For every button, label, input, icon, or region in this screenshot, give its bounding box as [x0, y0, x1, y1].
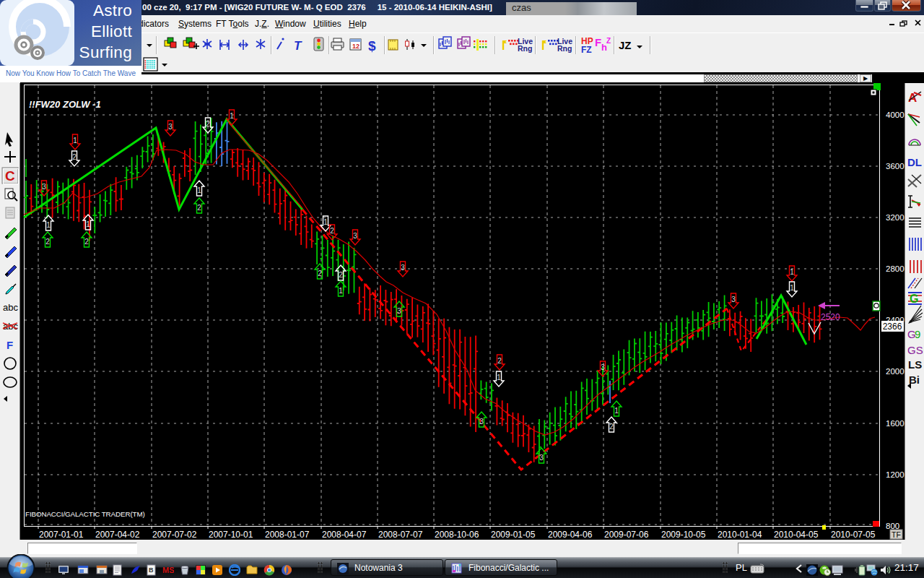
svg-text:1200: 1200: [886, 470, 905, 479]
svg-text:2008-10-06: 2008-10-06: [435, 530, 479, 540]
svg-text:3: 3: [731, 296, 736, 303]
svg-text:2009-10-05: 2009-10-05: [661, 530, 706, 540]
svg-text:FIBONACCI/GALACTIC TRADER(TM): FIBONACCI/GALACTIC TRADER(TM): [25, 510, 145, 518]
svg-text:3200: 3200: [886, 213, 905, 222]
svg-text:B: B: [149, 566, 154, 574]
svg-text:1: 1: [73, 137, 77, 144]
svg-text:1: 1: [790, 268, 794, 276]
svg-text:MS: MS: [162, 566, 174, 574]
svg-text:2: 2: [330, 227, 334, 235]
svg-text:3: 3: [168, 123, 173, 131]
svg-text:3: 3: [353, 232, 357, 240]
svg-text:2: 2: [497, 357, 502, 365]
svg-text:2: 2: [206, 120, 210, 128]
svg-text:3: 3: [42, 183, 46, 191]
svg-text:JZ: JZ: [619, 39, 632, 51]
svg-text:Rng: Rng: [518, 44, 532, 53]
svg-text:2: 2: [45, 238, 50, 246]
svg-text:!!FW20 ZOLW -1: !!FW20 ZOLW -1: [29, 99, 101, 110]
svg-text:LS: LS: [908, 358, 922, 371]
svg-text:1: 1: [323, 218, 328, 226]
svg-text:1: 1: [497, 374, 501, 381]
svg-text:2009-04-06: 2009-04-06: [548, 530, 593, 540]
svg-text:TF: TF: [892, 530, 901, 539]
svg-text:3: 3: [479, 418, 484, 426]
svg-text:1600: 1600: [886, 419, 905, 428]
svg-text:1: 1: [790, 284, 794, 292]
svg-text:T: T: [294, 39, 302, 53]
svg-text:2520: 2520: [821, 312, 840, 322]
svg-text:12: 12: [352, 43, 359, 50]
svg-text:2007-07-02: 2007-07-02: [152, 530, 197, 540]
svg-text:Rng: Rng: [557, 44, 572, 53]
svg-text:2010-01-04: 2010-01-04: [718, 530, 762, 540]
svg-text:2: 2: [609, 423, 614, 431]
svg-text:2007-10-01: 2007-10-01: [209, 530, 253, 540]
svg-text:2010-07-05: 2010-07-05: [831, 530, 876, 540]
svg-text:2008-04-07: 2008-04-07: [322, 530, 367, 540]
svg-text:1: 1: [614, 407, 619, 415]
svg-text:DL: DL: [907, 156, 922, 168]
svg-text:800: 800: [886, 522, 899, 530]
svg-text:2008-07-07: 2008-07-07: [378, 530, 423, 540]
svg-text:C: C: [5, 168, 15, 184]
svg-text:2: 2: [84, 238, 89, 246]
svg-text:2007-04-02: 2007-04-02: [95, 530, 140, 540]
svg-text:2: 2: [72, 153, 77, 161]
svg-text:2009-07-06: 2009-07-06: [604, 530, 649, 540]
svg-text:F: F: [6, 339, 13, 351]
svg-text:2010-04-05: 2010-04-05: [774, 530, 819, 540]
svg-text:9: 9: [915, 328, 920, 340]
svg-text:2: 2: [339, 271, 343, 279]
svg-text:3: 3: [539, 454, 544, 462]
svg-text:1: 1: [46, 221, 51, 229]
svg-text:1: 1: [197, 186, 201, 194]
svg-text:3600: 3600: [886, 162, 905, 171]
svg-text:2: 2: [318, 269, 322, 277]
svg-text:2800: 2800: [886, 264, 905, 273]
svg-text:FZ: FZ: [581, 45, 592, 55]
svg-text:1: 1: [230, 112, 234, 120]
svg-text:2009-01-05: 2009-01-05: [491, 530, 536, 540]
svg-text:3: 3: [401, 264, 405, 272]
svg-text:GS: GS: [907, 344, 923, 356]
svg-text:Z: Z: [606, 37, 611, 45]
svg-text:2007-01-01: 2007-01-01: [39, 530, 84, 540]
svg-text:2366: 2366: [883, 322, 902, 332]
svg-text:F: F: [595, 36, 601, 48]
svg-text:2000: 2000: [886, 367, 905, 376]
svg-text:1: 1: [86, 220, 90, 228]
svg-text:G: G: [910, 293, 918, 305]
svg-text:$: $: [368, 38, 376, 53]
svg-text:2: 2: [197, 204, 201, 212]
svg-text:4000: 4000: [886, 111, 905, 119]
svg-text:1: 1: [339, 287, 343, 295]
svg-text:3: 3: [601, 363, 605, 371]
svg-text:abc: abc: [3, 302, 18, 313]
svg-text:3: 3: [397, 307, 401, 315]
svg-text:2008-01-07: 2008-01-07: [265, 530, 310, 540]
